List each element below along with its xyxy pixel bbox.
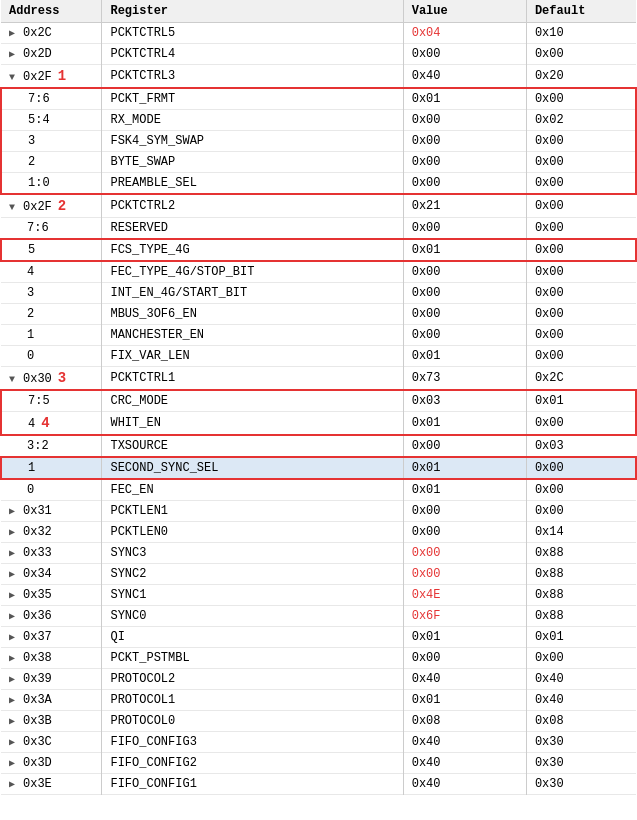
table-row: 1SECOND_SYNC_SEL0x010x00 [1, 457, 636, 479]
register-name: RESERVED [102, 218, 403, 240]
expand-icon[interactable]: ▶ [9, 610, 23, 622]
table-row[interactable]: ▶0x35SYNC10x4E0x88 [1, 585, 636, 606]
register-value: 0x00 [403, 110, 526, 131]
register-name: SYNC0 [102, 606, 403, 627]
register-name: PROTOCOL0 [102, 711, 403, 732]
default-value: 0x02 [526, 110, 636, 131]
register-value: 0x00 [403, 152, 526, 173]
register-value: 0x01 [403, 346, 526, 367]
table-row[interactable]: ▶0x31PCKTLEN10x000x00 [1, 501, 636, 522]
table-row[interactable]: ▼0x303PCKTCTRL10x730x2C [1, 367, 636, 391]
table-row[interactable]: ▶0x33SYNC30x000x88 [1, 543, 636, 564]
default-value: 0x00 [526, 194, 636, 218]
register-name: SYNC3 [102, 543, 403, 564]
address-value: 0x37 [23, 630, 52, 644]
register-name: SYNC2 [102, 564, 403, 585]
table-row[interactable]: ▶0x39PROTOCOL20x400x40 [1, 669, 636, 690]
table-row[interactable]: ▶0x36SYNC00x6F0x88 [1, 606, 636, 627]
address-value: 0 [27, 483, 34, 497]
table-row: 0FIX_VAR_LEN0x010x00 [1, 346, 636, 367]
register-name: FSK4_SYM_SWAP [102, 131, 403, 152]
expand-icon[interactable]: ▶ [9, 757, 23, 769]
annotation-label: 4 [41, 415, 49, 431]
expand-icon[interactable]: ▶ [9, 652, 23, 664]
default-value: 0x00 [526, 173, 636, 195]
expand-icon[interactable]: ▶ [9, 505, 23, 517]
collapse-icon[interactable]: ▼ [9, 202, 23, 213]
register-value: 0x73 [403, 367, 526, 391]
table-row[interactable]: ▶0x34SYNC20x000x88 [1, 564, 636, 585]
default-value: 0x40 [526, 669, 636, 690]
register-value: 0x00 [403, 564, 526, 585]
register-name: QI [102, 627, 403, 648]
register-name: PCKTCTRL5 [102, 23, 403, 44]
register-name: MANCHESTER_EN [102, 325, 403, 346]
table-row[interactable]: ▶0x32PCKTLEN00x000x14 [1, 522, 636, 543]
expand-icon[interactable]: ▶ [9, 526, 23, 538]
expand-icon[interactable]: ▶ [9, 547, 23, 559]
expand-icon[interactable]: ▶ [9, 631, 23, 643]
register-name: PCKT_FRMT [102, 88, 403, 110]
register-value: 0x00 [403, 325, 526, 346]
expand-icon[interactable]: ▶ [9, 673, 23, 685]
register-value: 0x21 [403, 194, 526, 218]
register-value: 0x00 [403, 44, 526, 65]
default-value: 0x00 [526, 152, 636, 173]
table-row[interactable]: ▶0x37QI0x010x01 [1, 627, 636, 648]
register-name: RX_MODE [102, 110, 403, 131]
register-value: 0x01 [403, 627, 526, 648]
expand-icon[interactable]: ▶ [9, 694, 23, 706]
register-value: 0x00 [403, 304, 526, 325]
table-row[interactable]: ▶0x3EFIFO_CONFIG10x400x30 [1, 774, 636, 795]
register-value: 0x40 [403, 774, 526, 795]
register-value: 0x40 [403, 732, 526, 753]
address-value: 1:0 [28, 176, 50, 190]
table-row[interactable]: ▶0x3CFIFO_CONFIG30x400x30 [1, 732, 636, 753]
expand-icon[interactable]: ▶ [9, 568, 23, 580]
address-value: 0x33 [23, 546, 52, 560]
address-value: 0x3C [23, 735, 52, 749]
address-value: 0x38 [23, 651, 52, 665]
address-value: 4 [27, 265, 34, 279]
register-value: 0x00 [403, 435, 526, 457]
address-value: 3:2 [27, 439, 49, 453]
table-row[interactable]: ▼0x2F1PCKTCTRL30x400x20 [1, 65, 636, 89]
collapse-icon[interactable]: ▼ [9, 374, 23, 385]
default-value: 0x30 [526, 753, 636, 774]
default-value: 0x30 [526, 732, 636, 753]
collapse-icon[interactable]: ▼ [9, 72, 23, 83]
register-name: MBUS_3OF6_EN [102, 304, 403, 325]
expand-icon[interactable]: ▶ [9, 715, 23, 727]
register-value: 0x00 [403, 522, 526, 543]
table-row[interactable]: ▶0x3DFIFO_CONFIG20x400x30 [1, 753, 636, 774]
register-name: CRC_MODE [102, 390, 403, 412]
default-value: 0x88 [526, 543, 636, 564]
table-row[interactable]: ▶0x2CPCKTCTRL50x040x10 [1, 23, 636, 44]
expand-icon[interactable]: ▶ [9, 589, 23, 601]
table-row[interactable]: ▶0x38PCKT_PSTMBL0x000x00 [1, 648, 636, 669]
default-value: 0x03 [526, 435, 636, 457]
register-value: 0x00 [403, 543, 526, 564]
table-row: 1:0PREAMBLE_SEL0x000x00 [1, 173, 636, 195]
expand-icon[interactable]: ▶ [9, 736, 23, 748]
address-value: 0x31 [23, 504, 52, 518]
register-value: 0x01 [403, 412, 526, 436]
address-value: 0x3D [23, 756, 52, 770]
register-value: 0x01 [403, 457, 526, 479]
address-value: 0x2C [23, 26, 52, 40]
register-value: 0x08 [403, 711, 526, 732]
expand-icon[interactable]: ▶ [9, 48, 23, 60]
register-value: 0x03 [403, 390, 526, 412]
default-value: 0x00 [526, 479, 636, 501]
expand-icon[interactable]: ▶ [9, 27, 23, 39]
expand-icon[interactable]: ▶ [9, 778, 23, 790]
table-row[interactable]: ▼0x2F2PCKTCTRL20x210x00 [1, 194, 636, 218]
table-row[interactable]: ▶0x3APROTOCOL10x010x40 [1, 690, 636, 711]
register-name: PROTOCOL2 [102, 669, 403, 690]
default-value: 0x00 [526, 44, 636, 65]
register-name: BYTE_SWAP [102, 152, 403, 173]
table-row[interactable]: ▶0x2DPCKTCTRL40x000x00 [1, 44, 636, 65]
table-row[interactable]: ▶0x3BPROTOCOL00x080x08 [1, 711, 636, 732]
table-row: 7:6RESERVED0x000x00 [1, 218, 636, 240]
address-value: 0x3E [23, 777, 52, 791]
